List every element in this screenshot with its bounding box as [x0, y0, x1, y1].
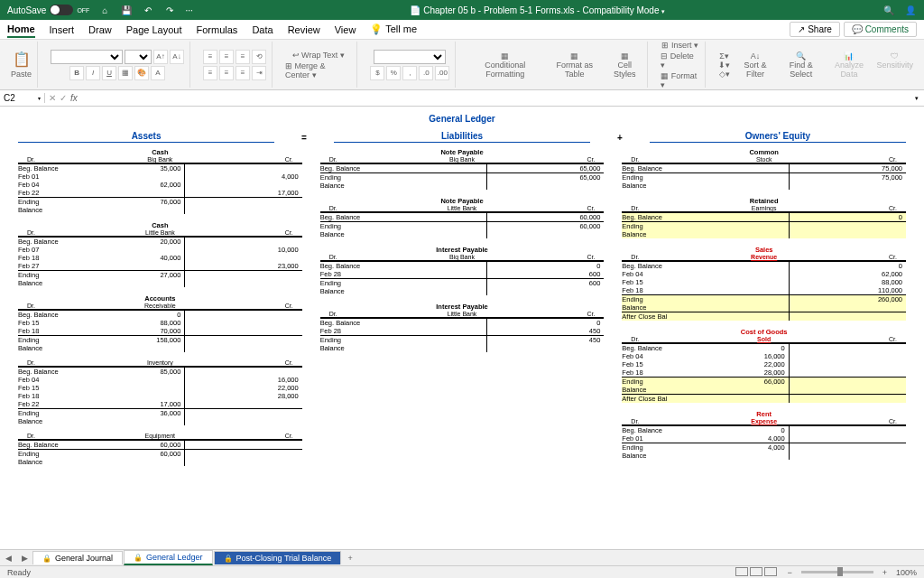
worksheet[interactable]: General Ledger Assets = Liabilities + Ow… [0, 107, 924, 558]
format-button[interactable]: ▦ Format ▾ [661, 71, 699, 89]
styles-group: ▦Conditional Formatting▦Format as Table▦… [463, 42, 648, 88]
toggle-switch[interactable] [50, 5, 73, 15]
sort-filter-button[interactable]: A↓Sort & Filter [737, 51, 773, 79]
assets-column: CashDr.Big BankCr.Beg. Balance35,000Feb … [18, 148, 302, 466]
redo-icon[interactable]: ↷ [163, 4, 176, 16]
undo-icon[interactable]: ↶ [142, 4, 154, 16]
sheet-nav-next[interactable]: ▶ [16, 554, 32, 563]
align-right-icon[interactable]: ≡ [236, 66, 250, 80]
view-mode-icons[interactable] [735, 567, 778, 578]
formula-input[interactable] [90, 90, 910, 106]
format-table-button[interactable]: ▦Format as Table [549, 51, 600, 79]
font-color-icon[interactable]: A [151, 66, 165, 80]
sensitivity-button[interactable]: 🛡Sensitivity [876, 51, 913, 79]
number-format-select[interactable] [374, 50, 446, 64]
accounts-receivable-account: AccountsDr.ReceivableCr.Beg. Balance0Feb… [18, 294, 302, 352]
align-left-icon[interactable]: ≡ [203, 66, 217, 80]
ribbon-toolbar: 📋 Paste A↑A↓ BIU▦🎨A ≡≡≡⟲ ≡≡≡⇥ ↩ Wrap Tex… [0, 40, 924, 90]
zoom-out-button[interactable]: − [787, 568, 791, 577]
tab-tellme[interactable]: 💡 Tell me [370, 22, 417, 37]
analyze-button[interactable]: 📊Analyze Data [828, 51, 869, 79]
sheet-tab-gl[interactable]: 🔒General Ledger [124, 550, 213, 565]
comma-icon[interactable]: , [402, 66, 417, 80]
enter-icon[interactable]: ✓ [60, 93, 67, 103]
cell-styles-button[interactable]: ▦Cell Styles [607, 51, 642, 79]
zoom-in-button[interactable]: + [882, 568, 887, 577]
name-box[interactable]: C2▾ [0, 93, 45, 103]
plus-sign: + [617, 133, 623, 143]
number-group: $%,.0.00 [365, 42, 456, 88]
currency-icon[interactable]: $ [370, 66, 384, 80]
page-title: General Ledger [18, 114, 906, 124]
dec-dec-icon[interactable]: .00 [435, 66, 449, 80]
equals-sign: = [301, 133, 307, 143]
tab-home[interactable]: Home [7, 22, 35, 38]
int-bigbank-account: Interest PayableDr.Big BankCr.Beg. Balan… [320, 246, 605, 295]
inc-dec-icon[interactable]: .0 [419, 66, 433, 80]
sheet-tab-gj[interactable]: 🔒General Journal [32, 551, 123, 564]
int-littlebank-account: Interest PayableDr.Little BankCr.Beg. Ba… [320, 303, 605, 352]
indent-icon[interactable]: ⇥ [252, 66, 266, 80]
zoom-slider[interactable] [801, 571, 873, 573]
sheet-tab-bar: ◀ ▶ 🔒General Journal 🔒General Ledger 🔒Po… [0, 549, 924, 565]
border-icon[interactable]: ▦ [118, 66, 133, 80]
increase-font-icon[interactable]: A↑ [153, 50, 168, 64]
sales-account: SalesDr.RevenueCr.Beg. Balance0Feb 0462,… [622, 246, 906, 321]
comments-button[interactable]: 💬 Comments [844, 22, 917, 37]
add-sheet-button[interactable]: + [342, 554, 358, 563]
cond-format-button[interactable]: ▦Conditional Formatting [468, 51, 541, 79]
tab-data[interactable]: Data [252, 23, 273, 37]
tab-insert[interactable]: Insert [50, 23, 75, 37]
editing-group: Σ▾⬇▾◇▾ A↓Sort & Filter 🔍Find & Select 📊A… [713, 42, 919, 88]
delete-button[interactable]: ⊟ Delete ▾ [661, 51, 699, 70]
merge-button[interactable]: ⊞ Merge & Center ▾ [285, 61, 351, 79]
save-icon[interactable]: 💾 [120, 4, 133, 16]
sheet-tab-pc[interactable]: 🔒Post-Closing Trial Balance [214, 551, 342, 564]
autosum-button[interactable]: Σ▾⬇▾◇▾ [718, 51, 730, 79]
tab-page-layout[interactable]: Page Layout [126, 23, 182, 37]
align-top-icon[interactable]: ≡ [203, 50, 217, 64]
insert-button[interactable]: ⊞ Insert ▾ [661, 41, 698, 50]
np-littlebank-account: Note PayableDr.Little BankCr.Beg. Balanc… [320, 197, 605, 238]
cogs-account: Cost of GoodsDr.SoldCr.Beg. Balance0Feb … [622, 328, 906, 403]
tab-draw[interactable]: Draw [88, 23, 112, 37]
wrap-group: ↩ Wrap Text ▾ ⊞ Merge & Center ▾ [280, 42, 357, 88]
zoom-level[interactable]: 100% [896, 568, 917, 577]
np-bigbank-account: Note PayableDr.Big BankCr.Beg. Balance65… [320, 148, 605, 190]
search-icon[interactable]: 🔍 [882, 4, 895, 16]
tab-review[interactable]: Review [288, 23, 320, 37]
tab-view[interactable]: View [335, 23, 356, 37]
cancel-icon[interactable]: ✕ [49, 93, 56, 103]
share-button[interactable]: ↗ Share [790, 22, 839, 37]
cash-bigbank-account: CashDr.Big BankCr.Beg. Balance35,000Feb … [18, 148, 302, 214]
wrap-text-button[interactable]: ↩ Wrap Text ▾ [292, 51, 345, 60]
clipboard-group: 📋 Paste [5, 42, 38, 88]
more-icon[interactable]: ··· [185, 5, 192, 15]
italic-icon[interactable]: I [86, 66, 100, 80]
font-select[interactable] [51, 50, 123, 64]
autosave-state: OFF [77, 7, 89, 14]
user-icon[interactable]: 👤 [904, 4, 917, 16]
orient-icon[interactable]: ⟲ [252, 50, 266, 64]
find-select-button[interactable]: 🔍Find & Select [781, 51, 821, 79]
status-ready: Ready [7, 568, 31, 577]
underline-icon[interactable]: U [102, 66, 116, 80]
fx-icon[interactable]: fx [70, 93, 78, 103]
align-bot-icon[interactable]: ≡ [236, 50, 250, 64]
inventory-account: Dr.InventoryCr.Beg. Balance85,000Feb 041… [18, 359, 302, 425]
liabilities-header: Liabilities [334, 131, 590, 143]
percent-icon[interactable]: % [386, 66, 401, 80]
formula-bar: C2▾ ✕✓fx ▾ [0, 90, 924, 107]
expand-formula-icon[interactable]: ▾ [910, 95, 924, 102]
align-center-icon[interactable]: ≡ [219, 66, 234, 80]
align-mid-icon[interactable]: ≡ [219, 50, 234, 64]
fill-color-icon[interactable]: 🎨 [134, 66, 149, 80]
bold-icon[interactable]: B [69, 66, 84, 80]
size-select[interactable] [125, 50, 152, 64]
paste-button[interactable]: Paste [11, 70, 32, 79]
sheet-nav-prev[interactable]: ◀ [0, 554, 16, 563]
autosave-toggle[interactable]: AutoSave OFF [7, 5, 89, 15]
home-icon[interactable]: ⌂ [98, 4, 111, 16]
tab-formulas[interactable]: Formulas [197, 23, 238, 37]
decrease-font-icon[interactable]: A↓ [170, 50, 184, 64]
